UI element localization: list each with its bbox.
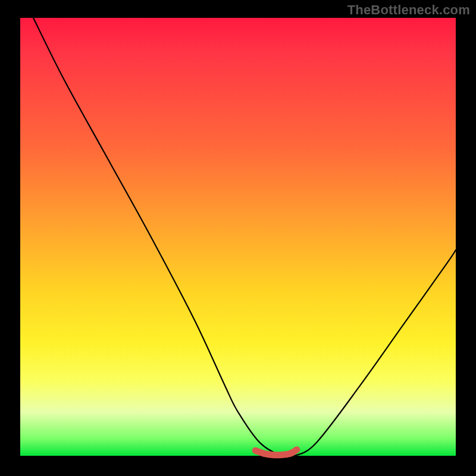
bottleneck-curve bbox=[33, 18, 456, 458]
watermark-label: TheBottleneck.com bbox=[347, 2, 470, 18]
curve-layer bbox=[20, 18, 456, 456]
plot-area bbox=[20, 18, 456, 456]
optimal-band bbox=[255, 450, 297, 455]
chart-frame: TheBottleneck.com bbox=[0, 0, 476, 476]
